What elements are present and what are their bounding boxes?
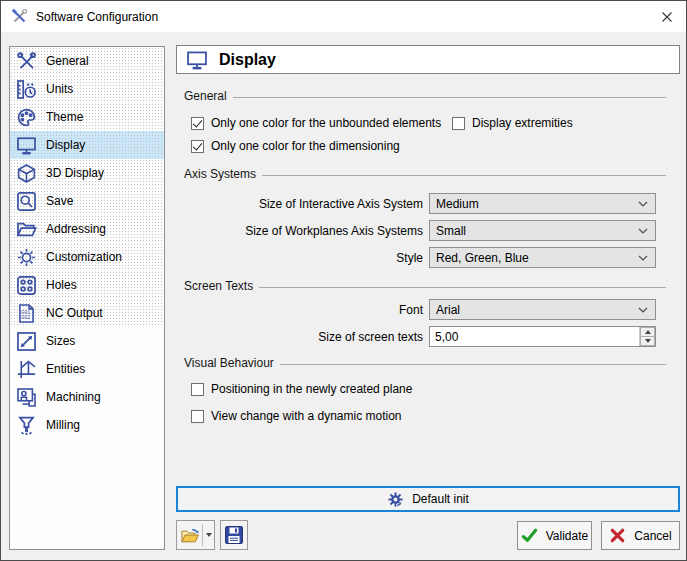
sidebar-item-label: Units — [46, 82, 73, 96]
cube-icon — [16, 163, 37, 184]
checkbox-dynamic-view-change[interactable] — [191, 410, 204, 423]
close-icon[interactable] — [654, 6, 680, 28]
cancel-button[interactable]: Cancel — [601, 521, 680, 550]
checkbox-label: View change with a dynamic motion — [211, 409, 402, 423]
checkbox-dimensioning-color[interactable] — [191, 140, 204, 153]
chevron-down-icon — [638, 201, 648, 207]
save-config-button[interactable] — [220, 520, 248, 550]
form-row: Font Arial — [176, 299, 680, 320]
sidebar-item-sizes[interactable]: Sizes — [10, 327, 164, 355]
sidebar-item-customization[interactable]: Customization — [10, 243, 164, 271]
sidebar-item-entities[interactable]: Entities — [10, 355, 164, 383]
units-icon — [16, 79, 37, 100]
sidebar-list: General Units Theme Display 3D Display S… — [9, 46, 165, 550]
cross-icon — [609, 527, 626, 544]
sidebar-item-theme[interactable]: Theme — [10, 103, 164, 131]
sidebar-item-general[interactable]: General — [10, 47, 164, 75]
cancel-label: Cancel — [634, 529, 671, 543]
screen-text-size-input[interactable] — [430, 327, 639, 346]
checkbox-row: Only one color for the unbounded element… — [191, 115, 441, 131]
sidebar-item-label: Machining — [46, 390, 101, 404]
spinner-buttons — [639, 327, 655, 346]
chevron-down-icon — [638, 255, 648, 261]
checkbox-label: Display extremities — [472, 116, 573, 130]
gear-icon — [16, 247, 37, 268]
sidebar-item-display[interactable]: Display — [10, 131, 164, 159]
sidebar-item-label: Milling — [46, 418, 80, 432]
sidebar-item-3d-display[interactable]: 3D Display — [10, 159, 164, 187]
checkbox-unbounded-color[interactable] — [191, 117, 204, 130]
group-axis-systems: Axis Systems — [184, 167, 666, 181]
nc-output-icon: G01G02 — [16, 303, 37, 324]
form-row: Style Red, Green, Blue — [176, 247, 680, 268]
dropdown-value: Medium — [436, 197, 479, 211]
dropdown-value: Red, Green, Blue — [436, 251, 529, 265]
group-visual-behaviour: Visual Behaviour — [184, 356, 666, 370]
field-label: Style — [176, 251, 423, 265]
check-icon — [521, 527, 538, 544]
crossed-tools-icon — [11, 8, 28, 25]
font-dropdown[interactable]: Arial — [429, 299, 656, 320]
sidebar-item-milling[interactable]: Milling — [10, 411, 164, 439]
sizes-icon — [16, 331, 37, 352]
spin-up-button[interactable] — [640, 327, 655, 336]
folder-open-icon — [180, 525, 200, 546]
spin-down-button[interactable] — [640, 336, 655, 346]
validate-button[interactable]: Validate — [517, 521, 592, 550]
sidebar-item-machining[interactable]: Machining — [10, 383, 164, 411]
sidebar-item-label: Entities — [46, 362, 85, 376]
svg-text:G02: G02 — [21, 315, 30, 320]
entities-icon — [16, 359, 37, 380]
dropdown-value: Small — [436, 224, 466, 238]
monitor-icon — [16, 135, 37, 156]
group-divider — [262, 175, 666, 176]
chevron-down-icon — [638, 228, 648, 234]
triangle-down-icon — [645, 339, 651, 343]
sidebar-item-label: 3D Display — [46, 166, 104, 180]
group-divider — [259, 287, 666, 288]
form-row: Size of Workplanes Axis Systems Small — [176, 220, 680, 241]
machining-icon — [16, 387, 37, 408]
group-general: General — [184, 89, 666, 103]
sidebar-item-holes[interactable]: Holes — [10, 271, 164, 299]
milling-icon — [16, 415, 37, 436]
sidebar-item-units[interactable]: Units — [10, 75, 164, 103]
sidebar-item-label: Addressing — [46, 222, 106, 236]
chevron-down-icon — [638, 307, 648, 313]
titlebar: Software Configuration — [1, 1, 686, 32]
sidebar-item-label: Sizes — [46, 334, 75, 348]
page-title: Display — [219, 51, 276, 69]
field-label: Size of Workplanes Axis Systems — [176, 224, 423, 238]
group-divider — [280, 364, 666, 365]
sidebar-item-label: Holes — [46, 278, 77, 292]
sidebar-item-label: Save — [46, 194, 73, 208]
software-configuration-dialog: Software Configuration General Units The… — [0, 0, 687, 561]
folder-icon — [16, 219, 37, 240]
sidebar-item-label: General — [46, 54, 89, 68]
window-title: Software Configuration — [36, 10, 158, 24]
checkbox-label: Only one color for the unbounded element… — [211, 116, 441, 130]
checkbox-display-extremities[interactable] — [452, 117, 465, 130]
checkbox-row: View change with a dynamic motion — [191, 408, 402, 424]
field-label: Size of screen texts — [176, 330, 423, 344]
open-config-split-button[interactable] — [176, 520, 215, 550]
default-init-label: Default init — [412, 492, 469, 506]
default-init-button[interactable]: Default init — [176, 486, 680, 512]
palette-icon — [16, 107, 37, 128]
sidebar-item-addressing[interactable]: Addressing — [10, 215, 164, 243]
dropdown-value: Arial — [436, 303, 460, 317]
dropdown-arrow-icon[interactable] — [203, 533, 214, 537]
sidebar-item-nc-output[interactable]: G01G02 NC Output — [10, 299, 164, 327]
checkbox-row: Positioning in the newly created plane — [191, 381, 412, 397]
tools-icon — [16, 51, 37, 72]
interactive-axis-size-dropdown[interactable]: Medium — [429, 193, 656, 214]
sidebar-item-label: NC Output — [46, 306, 103, 320]
checkbox-positioning-new-plane[interactable] — [191, 383, 204, 396]
workplanes-axis-size-dropdown[interactable]: Small — [429, 220, 656, 241]
checkbox-row: Only one color for the dimensioning — [191, 138, 400, 154]
save-search-icon — [16, 191, 37, 212]
sidebar-item-save[interactable]: Save — [10, 187, 164, 215]
checkbox-label: Positioning in the newly created plane — [211, 382, 412, 396]
axis-style-dropdown[interactable]: Red, Green, Blue — [429, 247, 656, 268]
monitor-icon — [185, 49, 209, 71]
